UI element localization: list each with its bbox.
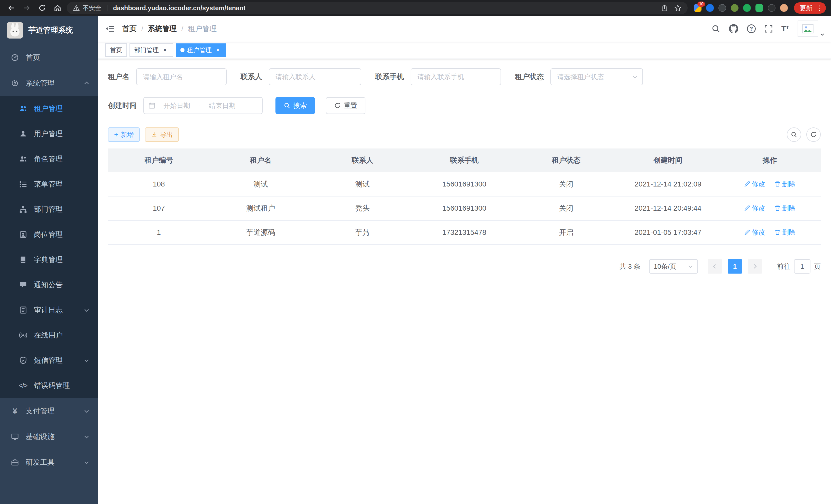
font-size-button[interactable]: TT xyxy=(781,25,789,33)
tab-label: 首页 xyxy=(110,46,122,54)
cell-contact: 芋艿 xyxy=(312,220,413,244)
next-page-button[interactable] xyxy=(748,259,762,274)
search-button[interactable]: 搜索 xyxy=(276,97,315,114)
roles-icon xyxy=(19,155,27,163)
extension-icon[interactable]: 10 xyxy=(694,4,701,12)
bookmark-star-icon[interactable] xyxy=(674,4,682,11)
list-icon xyxy=(19,180,27,188)
cell-status: 关闭 xyxy=(515,172,617,196)
page-size-select[interactable]: 10条/页 xyxy=(649,259,698,274)
start-date-input[interactable] xyxy=(157,102,196,110)
back-button[interactable] xyxy=(5,2,18,14)
goto-page-input[interactable] xyxy=(794,259,810,274)
export-button[interactable]: 导出 xyxy=(145,127,179,142)
sidebar-item-label: 短信管理 xyxy=(34,356,63,365)
sidebar-item-infrastructure[interactable]: 基础设施 xyxy=(0,424,98,449)
sidebar-item-dict[interactable]: 字典管理 xyxy=(0,247,98,272)
reset-button[interactable]: 重置 xyxy=(326,97,365,114)
url-text[interactable]: dashboard.yudao.iocoder.cn/system/tenant xyxy=(113,4,246,12)
tab-tenant[interactable]: 租户管理 × xyxy=(176,43,226,57)
extension-icon[interactable] xyxy=(706,4,714,12)
edit-button[interactable]: 修改 xyxy=(744,204,765,213)
sidebar-item-error-code[interactable]: </> 错误码管理 xyxy=(0,373,98,398)
add-button[interactable]: + 新增 xyxy=(108,127,140,142)
extension-icon[interactable] xyxy=(718,4,726,12)
header-search-button[interactable] xyxy=(712,24,720,33)
delete-button[interactable]: 删除 xyxy=(774,180,796,188)
close-icon[interactable]: × xyxy=(214,47,222,54)
chevron-up-icon xyxy=(84,80,89,86)
pagination-total: 共 3 条 xyxy=(620,262,640,271)
sidebar-item-dept[interactable]: 部门管理 xyxy=(0,197,98,222)
sidebar-item-label: 菜单管理 xyxy=(34,179,63,189)
sidebar-item-home[interactable]: 首页 xyxy=(0,45,98,70)
edit-button[interactable]: 修改 xyxy=(744,228,765,237)
tenant-name-input[interactable] xyxy=(136,68,227,85)
forward-button[interactable] xyxy=(21,2,33,14)
edit-button[interactable]: 修改 xyxy=(744,180,765,188)
profile-avatar[interactable] xyxy=(780,4,788,12)
share-icon[interactable] xyxy=(661,4,668,11)
page-number-button[interactable]: 1 xyxy=(728,259,742,274)
fullscreen-button[interactable] xyxy=(765,25,773,33)
tab-label: 租户管理 xyxy=(187,46,212,54)
toggle-search-button[interactable] xyxy=(787,127,801,142)
phone-input[interactable] xyxy=(411,68,501,85)
sidebar-item-sms[interactable]: 短信管理 xyxy=(0,348,98,373)
help-button[interactable]: ? xyxy=(747,24,756,33)
sidebar-toggle-button[interactable] xyxy=(98,25,122,33)
sidebar-item-tenant[interactable]: 租户管理 xyxy=(0,96,98,121)
tab-home[interactable]: 首页 xyxy=(105,43,127,57)
kebab-menu-icon[interactable]: ⋮ xyxy=(816,5,823,11)
close-icon[interactable]: × xyxy=(161,47,169,54)
sidebar-logo[interactable]: 芋道管理系统 xyxy=(0,16,98,45)
contact-input[interactable] xyxy=(269,68,361,85)
sidebar-item-system[interactable]: 系统管理 xyxy=(0,70,98,96)
puzzle-extension-icon[interactable] xyxy=(768,4,775,12)
delete-button[interactable]: 删除 xyxy=(774,204,796,213)
extension-icon[interactable] xyxy=(743,4,751,12)
sidebar-item-label: 首页 xyxy=(26,53,40,62)
contact-label: 联系人 xyxy=(240,72,262,82)
date-range-picker[interactable]: - xyxy=(143,97,263,114)
sidebar-item-user[interactable]: 用户管理 xyxy=(0,121,98,146)
avatar[interactable] xyxy=(798,21,818,37)
edit-pencil-icon xyxy=(744,205,750,211)
reset-button-label: 重置 xyxy=(344,101,357,110)
user-menu[interactable] xyxy=(798,21,825,37)
end-date-input[interactable] xyxy=(203,102,242,110)
caret-down-icon xyxy=(820,32,825,37)
cell-contact: 测试 xyxy=(312,172,413,196)
sidebar-item-online-users[interactable]: 在线用户 xyxy=(0,323,98,348)
security-label[interactable]: 不安全 xyxy=(83,4,101,12)
sidebar-item-payment[interactable]: ¥ 支付管理 xyxy=(0,398,98,424)
delete-button[interactable]: 删除 xyxy=(774,228,796,237)
sidebar-item-dev-tools[interactable]: 研发工具 xyxy=(0,449,98,475)
prev-page-button[interactable] xyxy=(708,259,722,274)
chevron-right-icon xyxy=(752,264,758,269)
sidebar-item-notice[interactable]: 通知公告 xyxy=(0,272,98,297)
tab-dept[interactable]: 部门管理 × xyxy=(130,43,173,57)
address-bar[interactable]: 不安全 dashboard.yudao.iocoder.cn/system/te… xyxy=(67,2,688,14)
refresh-table-button[interactable] xyxy=(806,127,821,142)
breadcrumb-home[interactable]: 首页 xyxy=(122,24,137,34)
extension-icon[interactable] xyxy=(731,4,739,12)
sidebar-item-label: 研发工具 xyxy=(26,457,55,467)
page-content: 租户名 联系人 联系手机 租户状态 xyxy=(98,59,831,504)
home-button[interactable] xyxy=(51,2,64,14)
column-header: 租户名 xyxy=(210,148,311,172)
extension-icon[interactable] xyxy=(755,4,763,12)
sidebar-item-menu[interactable]: 菜单管理 xyxy=(0,172,98,197)
reload-button[interactable] xyxy=(36,2,48,14)
document-edit-icon xyxy=(19,306,27,314)
status-select[interactable]: 请选择租户状态 xyxy=(550,68,643,85)
page-size-value: 10条/页 xyxy=(654,262,676,271)
chevron-down-icon xyxy=(632,74,638,80)
breadcrumb-system[interactable]: 系统管理 xyxy=(148,24,177,34)
broken-image-icon xyxy=(802,24,813,33)
sidebar-item-role[interactable]: 角色管理 xyxy=(0,146,98,172)
sidebar-item-audit-log[interactable]: 审计日志 xyxy=(0,297,98,323)
github-link[interactable] xyxy=(729,24,738,33)
sidebar-item-post[interactable]: 岗位管理 xyxy=(0,222,98,247)
browser-update-button[interactable]: 更新 ⋮ xyxy=(794,2,826,13)
